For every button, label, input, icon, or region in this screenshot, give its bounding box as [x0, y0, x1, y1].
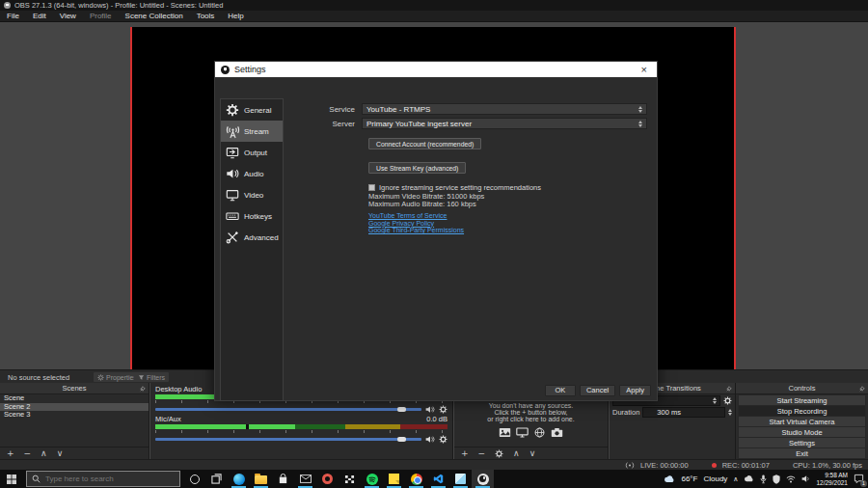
- service-select[interactable]: YouTube - RTMPS: [362, 103, 647, 115]
- settings-tab-general[interactable]: General: [221, 99, 283, 121]
- cpu-fps: CPU: 1.0%, 30.00 fps: [793, 461, 862, 470]
- settings-tab-video[interactable]: Video: [221, 184, 283, 205]
- microphone-icon[interactable]: [760, 474, 767, 484]
- settings-tab-audio[interactable]: Audio: [221, 163, 283, 184]
- start-streaming-button[interactable]: Start Streaming: [738, 394, 866, 406]
- service-label: Service: [283, 105, 362, 114]
- taskbar-clock[interactable]: 9:58 AM 12/29/2021: [816, 472, 848, 486]
- search-input[interactable]: [45, 474, 161, 483]
- taskbar-app-edge[interactable]: [228, 470, 250, 488]
- speaker-icon[interactable]: [425, 435, 435, 444]
- tools-icon: [225, 230, 240, 245]
- duration-spinner[interactable]: [728, 409, 732, 416]
- action-center-button[interactable]: 1: [854, 474, 864, 484]
- volume-icon[interactable]: [801, 474, 810, 483]
- menu-edit[interactable]: Edit: [26, 11, 53, 22]
- stream-settings-form: Service YouTube - RTMPS Server Primary Y…: [283, 101, 647, 400]
- remove-scene-button[interactable]: −: [24, 447, 32, 460]
- move-scene-up-button[interactable]: ∧: [41, 447, 47, 460]
- add-scene-button[interactable]: +: [7, 447, 14, 460]
- shield-icon[interactable]: [773, 474, 780, 484]
- speaker-icon[interactable]: [425, 405, 435, 414]
- image-icon: [499, 427, 511, 438]
- taskbar-search[interactable]: [26, 471, 180, 487]
- pin-icon[interactable]: [726, 386, 732, 392]
- weather-condition[interactable]: Cloudy: [703, 474, 727, 483]
- source-properties-gear-icon[interactable]: [495, 449, 503, 458]
- filters-button[interactable]: Filters: [134, 372, 169, 382]
- task-view-button[interactable]: [205, 470, 228, 488]
- volume-slider[interactable]: [155, 408, 421, 411]
- taskbar-app-mail[interactable]: [294, 470, 316, 488]
- settings-button[interactable]: Settings: [738, 438, 866, 448]
- menu-file[interactable]: File: [0, 11, 26, 22]
- apply-button[interactable]: Apply: [619, 385, 651, 396]
- menu-help[interactable]: Help: [221, 11, 250, 22]
- server-select[interactable]: Primary YouTube ingest server: [362, 118, 647, 129]
- pin-icon[interactable]: [140, 386, 146, 392]
- stop-recording-button[interactable]: Stop Recording: [738, 406, 866, 417]
- studio-mode-button[interactable]: Studio Mode: [738, 427, 866, 438]
- volume-slider[interactable]: [155, 438, 421, 441]
- menu-profile[interactable]: Profile: [83, 11, 119, 22]
- gear-icon[interactable]: [439, 435, 448, 444]
- add-source-button[interactable]: +: [461, 447, 469, 460]
- taskbar-app-vscode[interactable]: [427, 470, 449, 488]
- close-icon[interactable]: ×: [637, 62, 651, 77]
- youtube-terms-link[interactable]: YouTube Terms of Service: [368, 212, 647, 220]
- transition-settings-gear-icon[interactable]: [723, 396, 732, 405]
- settings-tab-output[interactable]: Output: [221, 142, 283, 163]
- duration-input[interactable]: 300 ms: [642, 407, 725, 418]
- pin-icon[interactable]: [859, 386, 865, 392]
- connect-account-button[interactable]: Connect Account (recommended): [368, 138, 481, 149]
- google-privacy-link[interactable]: Google Privacy Policy: [368, 220, 647, 228]
- tray-expand-chevron-icon[interactable]: ∧: [733, 475, 738, 483]
- ignore-recommendations-checkbox[interactable]: [368, 184, 375, 191]
- scene-row[interactable]: Scene 3: [0, 411, 149, 420]
- slider-handle[interactable]: [397, 437, 406, 442]
- ok-button[interactable]: OK: [545, 385, 576, 396]
- use-stream-key-button[interactable]: Use Stream Key (advanced): [368, 162, 466, 174]
- cancel-button[interactable]: Cancel: [580, 385, 615, 396]
- taskbar-app-chrome[interactable]: [405, 470, 427, 488]
- menu-scene-collection[interactable]: Scene Collection: [119, 11, 190, 22]
- move-scene-down-button[interactable]: ∨: [57, 447, 64, 460]
- source-type-icons: [454, 427, 608, 438]
- taskbar-app-obs[interactable]: [472, 470, 494, 488]
- menu-tools[interactable]: Tools: [190, 11, 222, 22]
- gear-icon[interactable]: [439, 405, 448, 414]
- settings-tab-hotkeys[interactable]: Hotkeys: [221, 205, 283, 227]
- settings-tab-advanced[interactable]: Advanced: [221, 227, 283, 248]
- settings-dialog-titlebar[interactable]: Settings ×: [215, 62, 657, 77]
- exit-button[interactable]: Exit: [738, 448, 866, 459]
- sticky-notes-icon: [389, 474, 399, 484]
- combo-arrows-icon: [638, 121, 642, 127]
- taskbar-app-file-explorer[interactable]: [250, 470, 272, 488]
- output-icon: [225, 145, 240, 160]
- taskbar-app-red[interactable]: [316, 470, 339, 488]
- edge-icon: [233, 474, 245, 485]
- taskbar-app-spotify[interactable]: [361, 470, 383, 488]
- google-third-party-link[interactable]: Google Third-Party Permissions: [368, 227, 647, 234]
- network-icon[interactable]: [786, 474, 796, 483]
- cortana-icon: [190, 474, 200, 484]
- start-virtual-camera-button[interactable]: Start Virtual Camera: [738, 417, 866, 427]
- scenes-dock-header[interactable]: Scenes: [0, 383, 149, 394]
- onedrive-cloud-icon[interactable]: [744, 475, 754, 482]
- taskbar-app-store[interactable]: [272, 470, 294, 488]
- move-source-up-button[interactable]: ∧: [513, 447, 520, 460]
- dialog-buttons: OK Cancel Apply: [545, 385, 651, 396]
- taskbar-app-game[interactable]: [339, 470, 361, 488]
- start-button[interactable]: [0, 470, 23, 488]
- taskbar-app-photos[interactable]: [449, 470, 472, 488]
- remove-source-button[interactable]: −: [478, 447, 486, 460]
- scenes-dock: Scenes Scene Scene 2 Scene 3 + − ∧ ∨: [0, 383, 149, 459]
- weather-temp[interactable]: 66°F: [681, 474, 697, 483]
- controls-dock-header[interactable]: Controls: [736, 383, 868, 394]
- settings-tab-stream[interactable]: Stream: [221, 121, 283, 142]
- move-source-down-button[interactable]: ∨: [529, 447, 536, 460]
- menu-view[interactable]: View: [53, 11, 83, 22]
- cortana-button[interactable]: [183, 470, 205, 488]
- taskbar-app-sticky-notes[interactable]: [383, 470, 405, 488]
- slider-handle[interactable]: [397, 407, 406, 412]
